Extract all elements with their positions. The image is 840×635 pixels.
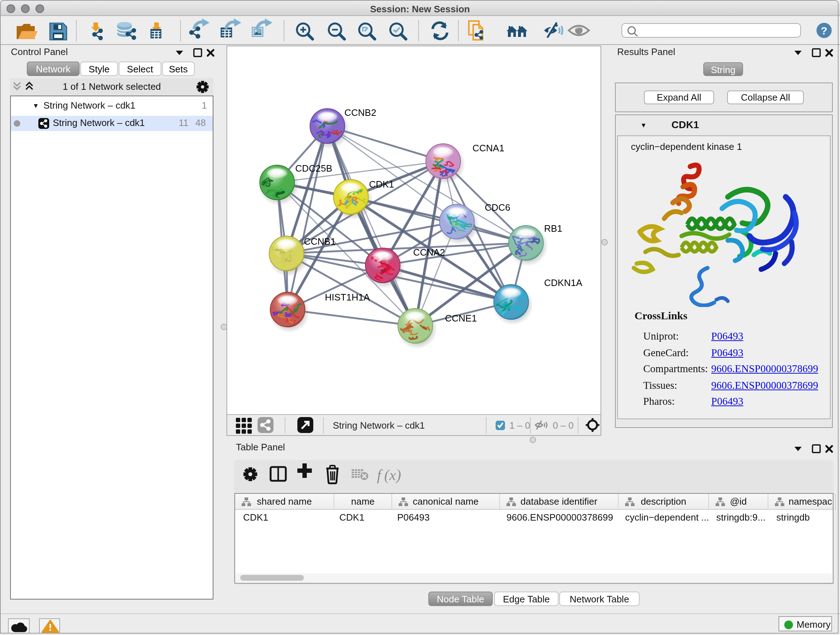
svg-text:1 – 0: 1 – 0 bbox=[509, 420, 531, 431]
svg-text:CDK1: CDK1 bbox=[369, 179, 394, 190]
svg-text:CDC6: CDC6 bbox=[485, 202, 510, 213]
svg-text:String Network – cdk1: String Network – cdk1 bbox=[333, 420, 425, 431]
svg-text:HIST1H1A: HIST1H1A bbox=[325, 292, 370, 302]
svg-text:CCNE1: CCNE1 bbox=[445, 313, 477, 324]
svg-text:CCNA2: CCNA2 bbox=[413, 247, 445, 258]
svg-text:CDC25B: CDC25B bbox=[295, 163, 332, 174]
svg-text:CCNB1: CCNB1 bbox=[304, 236, 336, 247]
svg-text:f (x): f (x) bbox=[377, 467, 401, 484]
svg-text:CCNB2: CCNB2 bbox=[344, 107, 376, 118]
svg-text:0 – 0: 0 – 0 bbox=[553, 420, 574, 431]
svg-text:?: ? bbox=[821, 25, 827, 36]
svg-text:CDKN1A: CDKN1A bbox=[544, 277, 583, 288]
svg-text:RB1: RB1 bbox=[544, 223, 562, 234]
svg-text:CCNA1: CCNA1 bbox=[472, 143, 504, 154]
